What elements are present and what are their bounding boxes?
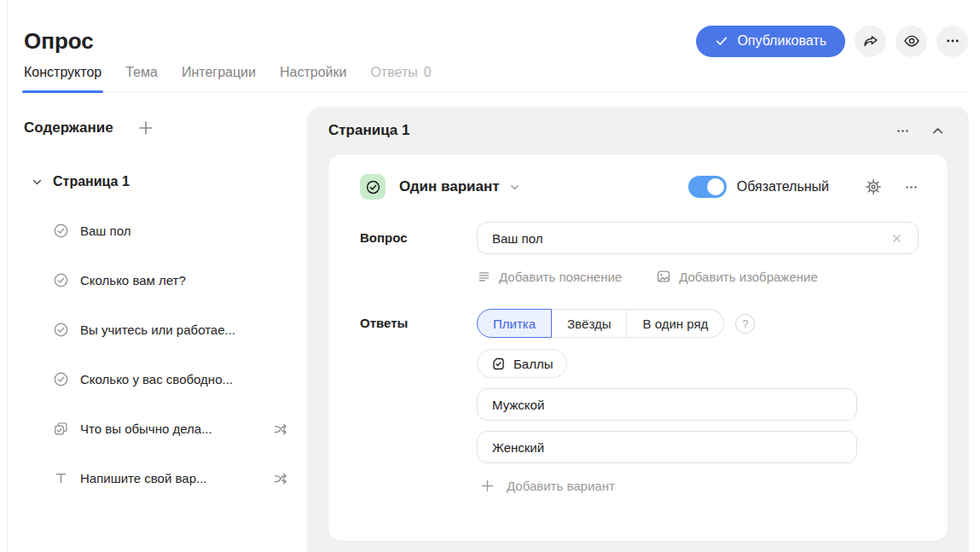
sidebar-item-label: Вы учитесь или работае... <box>80 322 235 337</box>
publish-button-label: Опубликовать <box>737 33 826 49</box>
image-icon <box>656 269 671 284</box>
add-image-button[interactable]: Добавить изображение <box>656 269 818 284</box>
sidebar-item-label: Напишите свой вар... <box>80 471 206 485</box>
points-icon <box>491 357 506 371</box>
check-icon <box>715 34 728 48</box>
sidebar-item-label: Сколько вам лет? <box>80 273 186 288</box>
contents-sidebar: Содержание Страница 1 Ваш пол Сколько ва… <box>24 119 305 486</box>
plus-icon <box>480 479 495 493</box>
sidebar-item-question-2[interactable]: Сколько вам лет? <box>53 272 288 288</box>
page-more-button[interactable] <box>896 124 910 138</box>
tab-theme[interactable]: Тема <box>125 65 158 80</box>
segment-stars[interactable]: Звёзды <box>552 309 627 338</box>
align-left-icon <box>477 270 491 284</box>
segment-one-row[interactable]: В один ряд <box>627 309 724 338</box>
content-edge-divider <box>7 0 8 552</box>
chevron-down-icon[interactable] <box>508 181 521 194</box>
chevron-down-icon[interactable] <box>31 176 43 189</box>
clear-icon[interactable] <box>890 232 903 245</box>
main-tabs: Конструктор Тема Интеграции Настройки От… <box>24 65 966 92</box>
toggle-knob <box>707 178 724 195</box>
option-value: Мужской <box>492 398 544 412</box>
question-type-icon[interactable] <box>360 174 386 200</box>
tab-integrations[interactable]: Интеграции <box>182 65 256 80</box>
add-option-button[interactable]: Добавить вариант <box>480 479 919 493</box>
gear-icon[interactable] <box>865 178 882 195</box>
sidebar-page-1[interactable]: Страница 1 <box>31 174 305 189</box>
sidebar-item-label: Сколько у вас свободно... <box>80 372 233 386</box>
circle-check-icon <box>53 322 69 338</box>
sidebar-title: Содержание <box>24 119 113 137</box>
sidebar-header: Содержание <box>24 119 305 137</box>
add-page-button[interactable] <box>137 119 154 137</box>
sidebar-item-question-1[interactable]: Ваш пол <box>53 223 288 239</box>
question-type-select[interactable]: Один вариант <box>399 178 500 195</box>
sidebar-item-question-3[interactable]: Вы учитесь или работае... <box>53 322 288 338</box>
add-note-button[interactable]: Добавить пояснение <box>477 269 622 284</box>
option-value: Женский <box>492 440 544 455</box>
header-actions: Опубликовать <box>696 26 968 57</box>
tab-settings[interactable]: Настройки <box>280 65 346 80</box>
sidebar-item-label: Что вы обычно дела... <box>80 421 212 436</box>
question-row: Вопрос Ваш пол <box>360 222 919 254</box>
question-label: Вопрос <box>360 222 477 254</box>
page-title: Опрос <box>24 28 94 55</box>
circle-check-icon <box>53 371 69 387</box>
sidebar-page-label: Страница 1 <box>53 174 130 189</box>
question-input[interactable]: Ваш пол <box>477 222 919 254</box>
circle-check-icon <box>53 272 69 288</box>
answers-label: Ответы <box>360 309 477 493</box>
publish-button[interactable]: Опубликовать <box>696 26 845 57</box>
sidebar-item-question-6[interactable]: Напишите свой вар... <box>53 470 288 486</box>
share-icon <box>862 32 879 49</box>
question-card: Один вариант Обязательный Вопрос Ваш пол <box>328 154 948 542</box>
question-input-value: Ваш пол <box>492 231 542 246</box>
segment-tiles[interactable]: Плитка <box>477 309 552 338</box>
shuffle-icon[interactable] <box>273 471 288 486</box>
page-editor-panel: Страница 1 Один вариант Обязательный <box>307 107 969 552</box>
eye-icon <box>903 32 920 49</box>
ellipsis-icon <box>945 33 960 49</box>
question-type-row: Один вариант Обязательный <box>360 174 919 200</box>
shuffle-icon[interactable] <box>273 421 288 437</box>
help-icon[interactable]: ? <box>735 314 755 334</box>
question-extras-row: Добавить пояснение Добавить изображение <box>477 269 919 284</box>
tab-answers[interactable]: Ответы0 <box>370 65 431 80</box>
answers-row: Ответы Плитка Звёзды В один ряд ? Баллы <box>360 309 919 493</box>
more-button[interactable] <box>937 26 968 57</box>
page-panel-header: Страница 1 <box>307 107 969 154</box>
question-more-button[interactable] <box>904 180 919 195</box>
required-toggle[interactable] <box>688 176 727 198</box>
preview-button[interactable] <box>896 26 927 57</box>
sidebar-item-question-4[interactable]: Сколько у вас свободно... <box>53 371 288 387</box>
text-type-icon <box>53 470 69 486</box>
app-header: Опрос Опубликовать <box>24 22 968 60</box>
option-input-2[interactable]: Женский <box>477 431 857 463</box>
answers-layout-segmented: Плитка Звёзды В один ряд <box>477 309 724 338</box>
circle-check-icon <box>53 223 69 239</box>
copies-check-icon <box>53 421 69 437</box>
sidebar-item-question-5[interactable]: Что вы обычно дела... <box>53 421 288 437</box>
required-label: Обязательный <box>737 179 829 195</box>
page-panel-title: Страница 1 <box>328 122 409 139</box>
sidebar-item-label: Ваш пол <box>80 224 130 238</box>
option-input-1[interactable]: Мужской <box>477 388 857 421</box>
share-button[interactable] <box>855 26 886 57</box>
collapse-page-button[interactable] <box>931 124 945 138</box>
tab-constructor[interactable]: Конструктор <box>24 65 101 80</box>
points-button[interactable]: Баллы <box>477 349 567 378</box>
answers-count: 0 <box>424 65 432 80</box>
